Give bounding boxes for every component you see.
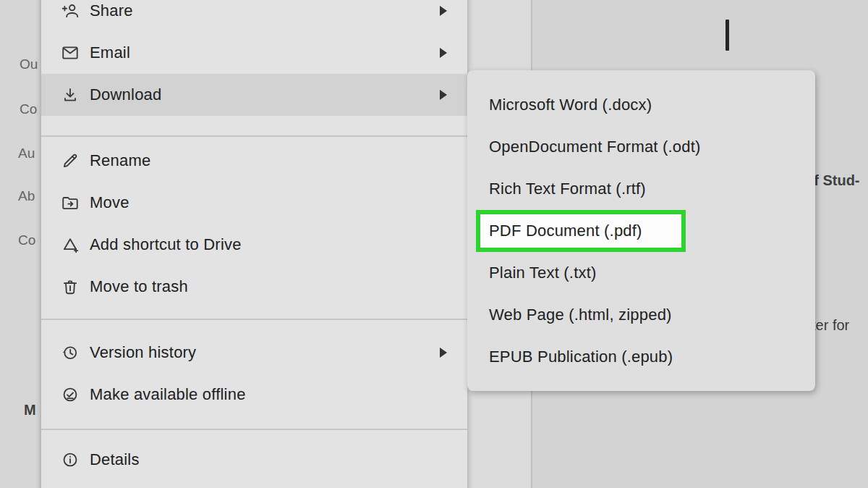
submenu-arrow-icon: [440, 6, 447, 16]
trash-icon: [61, 277, 80, 296]
document-text-fragment: Au: [18, 146, 35, 161]
menu-item-share[interactable]: Share: [41, 0, 467, 32]
menu-item-label: Share: [90, 1, 133, 20]
menu-item-label: Download: [90, 85, 161, 104]
menu-item-label: Version history: [90, 343, 196, 362]
menu-item-label: Move to trash: [90, 277, 188, 296]
submenu-item-microsoft-word-docx[interactable]: Microsoft Word (.docx): [467, 84, 815, 126]
submenu-item-plain-text-txt[interactable]: Plain Text (.txt): [467, 252, 815, 294]
document-text-fragment: Co: [18, 232, 35, 248]
menu-item-label: Email: [90, 43, 130, 62]
submenu-item-web-page-html-zipped[interactable]: Web Page (.html, zipped): [467, 294, 815, 336]
menu-item-make-available-offline[interactable]: Make available offline: [41, 374, 467, 416]
info-icon: [61, 450, 80, 469]
history-icon: [61, 343, 80, 362]
menu-item-label: Details: [90, 450, 140, 469]
submenu-arrow-icon: [440, 348, 447, 358]
file-menu: ShareEmailDownloadRenameMoveAdd shortcut…: [41, 0, 467, 488]
menu-item-move[interactable]: Move: [41, 182, 467, 224]
pencil-icon: [61, 151, 80, 170]
menu-item-email[interactable]: Email: [41, 32, 467, 74]
document-text-fragment: Co: [20, 101, 37, 117]
submenu-arrow-icon: [440, 90, 447, 100]
offline-pin-icon: [61, 385, 80, 404]
drive-shortcut-icon: [61, 235, 80, 254]
menu-item-details[interactable]: Details: [41, 439, 467, 481]
document-text-fragment: ter for: [812, 317, 849, 334]
download-submenu: Microsoft Word (.docx)OpenDocument Forma…: [467, 70, 815, 391]
text-cursor: [726, 20, 729, 51]
menu-item-download[interactable]: Download: [41, 74, 467, 116]
email-icon: [61, 43, 80, 62]
document-text-fragment: Ab: [18, 188, 35, 204]
menu-item-label: Add shortcut to Drive: [90, 235, 242, 254]
menu-divider: [41, 135, 467, 137]
menu-divider: [41, 429, 467, 430]
menu-item-version-history[interactable]: Version history: [41, 332, 467, 374]
document-text-fragment: M: [24, 402, 36, 418]
menu-item-label: Make available offline: [90, 385, 246, 404]
download-icon: [61, 85, 80, 104]
menu-item-add-shortcut-to-drive[interactable]: Add shortcut to Drive: [41, 224, 467, 266]
submenu-item-opendocument-format-odt[interactable]: OpenDocument Format (.odt): [467, 126, 815, 168]
submenu-arrow-icon: [440, 48, 447, 58]
menu-item-rename[interactable]: Rename: [41, 140, 467, 182]
person-add-icon: [61, 1, 80, 20]
submenu-item-pdf-document-pdf[interactable]: PDF Document (.pdf): [476, 210, 686, 252]
submenu-item-epub-publication-epub[interactable]: EPUB Publication (.epub): [467, 336, 815, 378]
submenu-item-rich-text-format-rtf[interactable]: Rich Text Format (.rtf): [467, 168, 815, 210]
document-text-fragment: Ou: [20, 56, 38, 72]
menu-item-label: Move: [90, 193, 129, 212]
folder-move-icon: [61, 193, 80, 212]
menu-item-move-to-trash[interactable]: Move to trash: [41, 266, 467, 308]
menu-item-label: Rename: [90, 151, 150, 170]
menu-divider: [41, 319, 467, 320]
